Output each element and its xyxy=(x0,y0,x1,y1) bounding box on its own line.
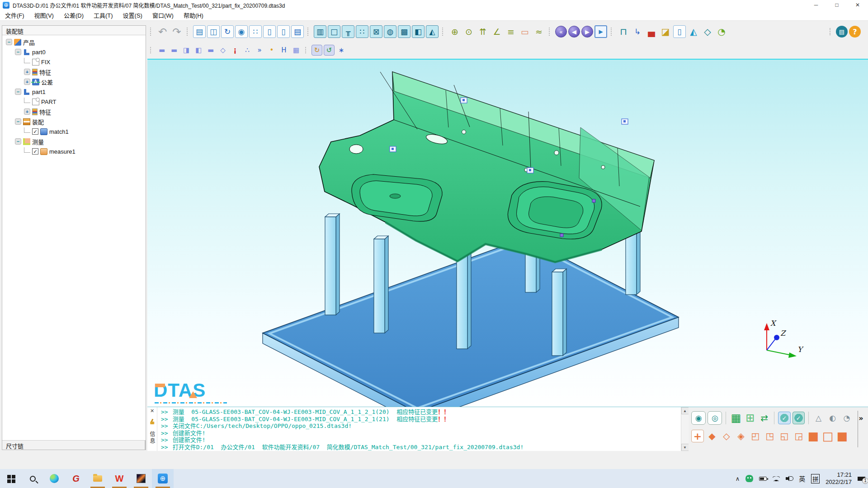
tree-node-measure[interactable]: −测量 xyxy=(2,136,146,146)
curve-report-icon[interactable]: ≈ xyxy=(533,25,545,38)
ime-language-indicator[interactable]: 英 xyxy=(799,474,805,483)
minimize-button[interactable]: ─ xyxy=(806,0,826,10)
stamp-seal-icon[interactable]: ▄ xyxy=(645,25,658,38)
primitive-shapes-icon[interactable]: △ xyxy=(812,412,825,424)
cube-face-ne-icon[interactable]: ◳ xyxy=(764,430,776,442)
cube-face-nw-icon[interactable]: ◰ xyxy=(749,430,762,442)
expander-icon[interactable]: − xyxy=(6,39,12,45)
taskbar-explorer-button[interactable] xyxy=(87,469,108,488)
view-planes-icon[interactable]: ◭ xyxy=(426,25,439,38)
redo-icon[interactable]: ↷ xyxy=(170,25,183,38)
table-printer-icon[interactable]: ▦ xyxy=(291,45,302,56)
wechat-icon[interactable] xyxy=(745,475,753,482)
menu-tolerance[interactable]: 公差(D) xyxy=(59,11,89,19)
tree-node-part-ref[interactable]: PART xyxy=(2,97,146,107)
more-chevron-icon[interactable]: » xyxy=(855,412,867,424)
menu-tools[interactable]: 工具(T) xyxy=(89,11,118,19)
taskbar-start-button[interactable] xyxy=(0,469,22,488)
speaker-icon[interactable] xyxy=(786,476,793,481)
visibility-checkbox[interactable]: ✓ xyxy=(32,148,38,155)
doc-copy-icon[interactable]: ▯ xyxy=(277,25,290,38)
expander-icon[interactable]: − xyxy=(15,89,21,95)
model-part-green[interactable] xyxy=(319,72,654,262)
assembly-chain-header[interactable]: 装配链 xyxy=(2,26,146,35)
close-button[interactable]: ✕ xyxy=(847,0,868,10)
viewport-3d[interactable]: DTAS X Z Y xyxy=(147,59,868,407)
cube-wire-big-icon[interactable]: □ xyxy=(821,430,834,442)
dial-gauge-alt-icon[interactable]: ⊙ xyxy=(462,25,475,38)
half-shapes-icon[interactable]: ◔ xyxy=(840,412,853,424)
point-set-icon[interactable]: ∴ xyxy=(242,45,253,56)
maximize-button[interactable]: □ xyxy=(826,0,847,10)
tree-node-features-0[interactable]: +特征 xyxy=(2,67,146,77)
tree-node-fix[interactable]: FIX xyxy=(2,57,146,67)
expander-icon[interactable]: − xyxy=(15,118,21,125)
new-page-icon[interactable]: ▯ xyxy=(673,25,686,38)
report-icon[interactable]: ▤ xyxy=(291,25,304,38)
step-back-icon[interactable]: ◀ xyxy=(568,26,580,38)
stack-rotate-ccw-icon[interactable]: ↺ xyxy=(324,45,335,56)
undo-icon[interactable]: ↶ xyxy=(156,25,169,38)
quad-swap-icon[interactable]: ⇄ xyxy=(758,412,770,424)
save-all-icon[interactable]: ▤ xyxy=(193,25,206,38)
view-table-icon[interactable]: ╥ xyxy=(342,25,354,38)
taskbar-edge-button[interactable] xyxy=(43,469,65,488)
table-new-icon[interactable]: ▬ xyxy=(205,45,216,56)
print-icon[interactable]: ◫ xyxy=(207,25,220,38)
clear-log-icon[interactable] xyxy=(150,419,155,425)
scroll-down-button[interactable]: ▼ xyxy=(681,444,689,451)
table-export-icon[interactable]: ◧ xyxy=(193,45,204,56)
clock[interactable]: 17:21 2022/2/17 xyxy=(826,471,852,486)
taskbar-dtas-button[interactable]: ⊕ xyxy=(152,469,174,488)
view-profile-icon[interactable]: ◧ xyxy=(412,25,425,38)
cube-solid-big-icon[interactable]: ■ xyxy=(807,430,820,442)
expander-icon[interactable]: + xyxy=(24,108,30,115)
view-frame-icon[interactable]: □ xyxy=(328,25,340,38)
file-options-icon[interactable]: ∷ xyxy=(249,25,262,38)
taskbar-gindows-button[interactable]: G xyxy=(65,469,87,488)
tray-chevron-icon[interactable]: ∧ xyxy=(736,475,740,482)
cube-face-sw-icon[interactable]: ◱ xyxy=(778,430,791,442)
table-import-icon[interactable]: ◨ xyxy=(181,45,192,56)
fit-all-icon[interactable]: + xyxy=(691,430,704,442)
cube-wire-icon[interactable]: ◇ xyxy=(720,430,733,442)
expander-icon[interactable]: + xyxy=(24,69,30,75)
fixture-leg[interactable] xyxy=(325,214,340,315)
cube-face-top-icon[interactable]: ◈ xyxy=(735,430,747,442)
expander-icon[interactable]: + xyxy=(24,79,30,85)
tree-node-match1[interactable]: ✓match1 xyxy=(2,127,146,136)
taskbar-photos-button[interactable] xyxy=(130,469,152,488)
clamp-tool-icon[interactable]: ⊓ xyxy=(617,25,630,38)
dial-gauge-icon[interactable]: ⊕ xyxy=(448,25,461,38)
taskbar-wps-button[interactable]: W xyxy=(108,469,130,488)
view-mesh-icon[interactable]: ▩ xyxy=(398,25,410,38)
group-shapes-icon[interactable]: ◐ xyxy=(826,412,839,424)
fixture-leg[interactable] xyxy=(552,269,566,356)
cube-sketch-icon[interactable]: ◇ xyxy=(217,45,228,56)
chevron-flow-icon[interactable]: » xyxy=(254,45,265,56)
cube-solid-2-icon[interactable]: ■ xyxy=(836,430,849,442)
move-point-icon[interactable]: ↳ xyxy=(631,25,644,38)
tree-node-product[interactable]: −产品 xyxy=(2,37,146,47)
battery-icon[interactable] xyxy=(759,477,767,481)
rotate-play-icon[interactable]: ◔ xyxy=(715,25,728,38)
flat-table-2-icon[interactable]: ▬ xyxy=(169,45,179,56)
doc-compare-icon[interactable]: ▯ xyxy=(263,25,276,38)
notification-center-icon[interactable]: 1 xyxy=(858,475,865,482)
tree-node-part1[interactable]: −part1 xyxy=(2,87,146,97)
expander-icon[interactable]: − xyxy=(15,138,21,145)
play-screen-icon[interactable]: ▶ xyxy=(594,25,607,38)
measure-board-icon[interactable]: ◪ xyxy=(659,25,672,38)
menu-window[interactable]: 窗口(W) xyxy=(147,11,179,19)
wifi-icon[interactable] xyxy=(773,476,780,481)
dimension-chain-header[interactable]: 尺寸链 xyxy=(2,440,146,450)
quad-solid-icon[interactable]: ▦ xyxy=(730,412,742,424)
point-single-icon[interactable]: • xyxy=(266,45,277,56)
view-section-icon[interactable]: ⊠ xyxy=(370,25,382,38)
verify-b-icon[interactable]: ✓ xyxy=(793,412,805,424)
import-model-icon[interactable]: ↻ xyxy=(221,25,234,38)
mirror-planes-icon[interactable]: ◭ xyxy=(687,25,700,38)
tree-node-assembly[interactable]: −装配 xyxy=(2,117,146,127)
taskbar-search-button[interactable] xyxy=(22,469,43,488)
angle-tolerance-icon[interactable]: ∠ xyxy=(491,25,503,38)
